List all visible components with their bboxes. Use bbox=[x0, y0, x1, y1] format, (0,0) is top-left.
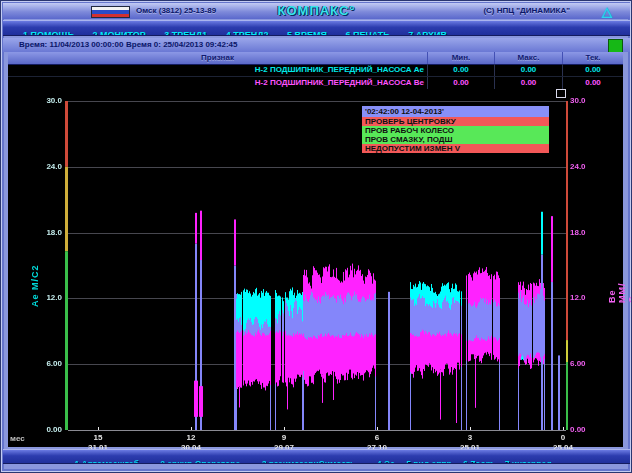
value-min: 0.00 bbox=[428, 65, 494, 74]
popup-alert: ПРОВ СМАЗКУ, ПОДШ bbox=[362, 135, 549, 144]
y-tick-left: 24.0 bbox=[29, 162, 62, 171]
table-row-ae[interactable]: Н-2 ПОДШИПНИК_ПЕРЕДНИЙ_НАСОСА Ае 0.00 0.… bbox=[8, 64, 623, 77]
popup-timestamp: '02:42:00 12-04-2013' bbox=[362, 106, 549, 117]
status-indicator bbox=[608, 39, 623, 52]
menu-item-help[interactable]: 1.ПОМОЩЬ bbox=[23, 30, 74, 36]
col-cur: Тек. bbox=[563, 53, 623, 62]
col-min: Мин. bbox=[428, 53, 494, 62]
time-bar: Время: 11/04/2013 00:00:00 Время 0: 25/0… bbox=[3, 38, 630, 52]
menu-item-trend1[interactable]: 3.ТРЕНД1 bbox=[164, 30, 207, 36]
y-tick-left: 30.0 bbox=[29, 96, 62, 105]
trend-chart: 30.0 24.0 18.0 12.0 6.00 0.00 30.0 24.0 … bbox=[8, 89, 623, 447]
kompaks-window: Омск (3812) 25-13-89 КОМПАКС° (С) НПЦ "Д… bbox=[0, 0, 632, 473]
alarm-popup: '02:42:00 12-04-2013' ПРОВЕРЬ ЦЕНТРОВКУ … bbox=[361, 105, 550, 154]
value-max: 0.00 bbox=[495, 65, 562, 74]
y-tick-left: 0.00 bbox=[29, 425, 62, 434]
time-start: Время: 11/04/2013 00:00:00 bbox=[19, 40, 123, 49]
y-tick-right: 30.0 bbox=[570, 96, 603, 105]
menu-bar: 1.ПОМОЩЬ 2.МОНИТОР 3.ТРЕНД1 4.ТРЕНД2 5.В… bbox=[3, 20, 630, 36]
y-axis-left-title: Ае М/С2 bbox=[30, 264, 40, 307]
popup-alert: ПРОВ РАБОЧ КОЛЕСО bbox=[362, 126, 549, 135]
y-axis-right-title: Ве ММ/С bbox=[607, 283, 632, 303]
cursor-marker[interactable] bbox=[556, 89, 566, 98]
col-max: Макс. bbox=[495, 53, 562, 62]
function-key-bar: 1.Автомасштаб 2.архив Оператора 3.взаимо… bbox=[3, 449, 630, 464]
value-cur: 0.00 bbox=[563, 65, 623, 74]
value-cur: 0.00 bbox=[563, 78, 623, 87]
menu-item-archive[interactable]: 7.АРХИВ bbox=[408, 30, 447, 36]
value-max: 0.00 bbox=[495, 78, 562, 87]
fkey-zoom[interactable]: 6.Zoom bbox=[463, 459, 493, 464]
y-tick-left: 18.0 bbox=[29, 228, 62, 237]
dynamika-triangle-icon: △ bbox=[602, 4, 612, 19]
menu-item-time[interactable]: 5.ВРЕМЯ bbox=[287, 30, 327, 36]
menu-item-trend2[interactable]: 4.ТРЕНД2 bbox=[226, 30, 269, 36]
fkey-interval[interactable]: 7.интервал bbox=[505, 459, 552, 464]
y-tick-right: 6.00 bbox=[570, 359, 603, 368]
col-priznak: Признак bbox=[8, 53, 427, 62]
popup-alert: ПРОВЕРЬ ЦЕНТРОВКУ bbox=[362, 117, 549, 126]
value-min: 0.00 bbox=[428, 78, 494, 87]
fkey-es[interactable]: 4.Эс bbox=[377, 459, 395, 464]
signals-table: Признак Мин. Макс. Тек. Н-2 ПОДШИПНИК_ПЕ… bbox=[8, 52, 623, 89]
copyright-text: (С) НПЦ "ДИНАМИКА" bbox=[483, 6, 570, 15]
y-tick-left: 6.00 bbox=[29, 359, 62, 368]
time-current: Время 0: 25/04/2013 09:42:45 bbox=[126, 40, 237, 49]
fkey-approx-view[interactable]: 5.вид аппр bbox=[406, 459, 451, 464]
y-tick-right: 24.0 bbox=[570, 162, 603, 171]
signal-name: Н-2 ПОДШИПНИК_ПЕРЕДНИЙ_НАСОСА Ве bbox=[8, 78, 424, 87]
fkey-operator-archive[interactable]: 2.архив Оператора bbox=[160, 459, 240, 464]
fkey-autoscale[interactable]: 1.Автомасштаб bbox=[74, 459, 138, 464]
month-unit-label: мес bbox=[10, 434, 25, 443]
menu-item-monitor[interactable]: 2.МОНИТОР bbox=[93, 30, 146, 36]
popup-alert: НЕДОПУСТИМ ИЗМЕН V bbox=[362, 144, 549, 153]
signal-name: Н-2 ПОДШИПНИК_ПЕРЕДНИЙ_НАСОСА Ае bbox=[8, 65, 424, 74]
title-bar: Омск (3812) 25-13-89 КОМПАКС° (С) НПЦ "Д… bbox=[3, 3, 630, 19]
y-tick-right: 12.0 bbox=[570, 293, 603, 302]
fkey-correlation[interactable]: 3.взаимозавиСимость bbox=[262, 459, 356, 464]
menu-item-print[interactable]: 6.ПЕЧАТЬ bbox=[346, 30, 390, 36]
y-tick-right: 18.0 bbox=[570, 228, 603, 237]
